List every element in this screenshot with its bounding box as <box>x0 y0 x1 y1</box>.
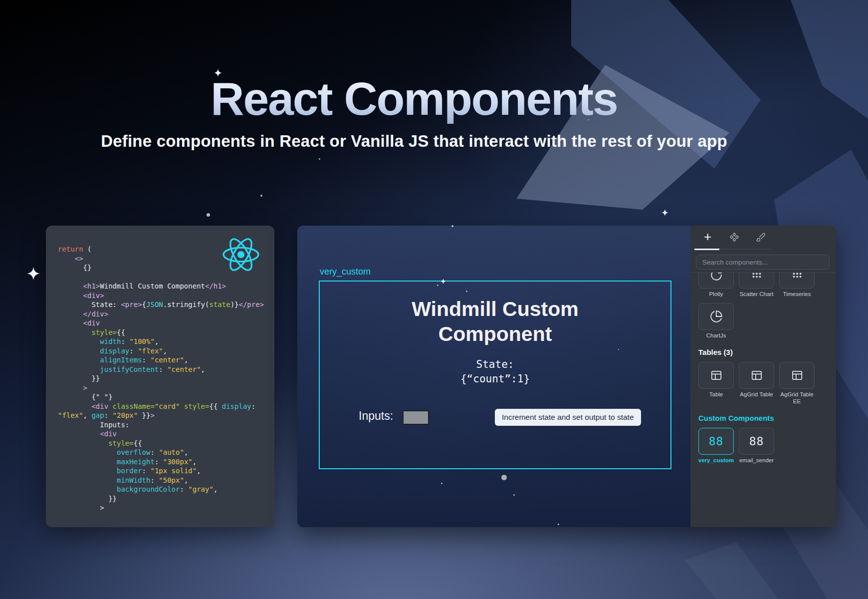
component-card-chartjs[interactable] <box>698 303 734 330</box>
code-line: minWidth: "50px", <box>58 476 274 485</box>
component-card-label: Table <box>696 391 736 398</box>
hero: React Components Define components in Re… <box>0 0 828 151</box>
code-editor-panel: return ( <> {} <h1>Windmill Custom Compo… <box>46 226 274 527</box>
inputs-label: Inputs: <box>359 409 393 423</box>
code-line: <div <box>58 318 274 328</box>
plotly-icon <box>710 273 723 282</box>
component-card-label: AgGrid Table <box>736 391 777 398</box>
component-card-aggrid-table[interactable] <box>739 362 774 389</box>
app-preview-canvas[interactable]: very_custom Windmill Custom Component St… <box>297 226 690 527</box>
code-line: maxHeight: "300px", <box>58 457 274 467</box>
tab-style[interactable] <box>747 226 774 249</box>
component-cell: Timeseries <box>779 273 815 298</box>
code-line: <h1>Windmill Custom Component</h1> <box>58 282 274 291</box>
star-decoration <box>207 213 210 217</box>
table-icon <box>750 369 763 382</box>
code-line: > <box>58 503 274 513</box>
code-line: {} <box>58 263 274 273</box>
code-line: State: <pre>{JSON.stringify(state)}</pre… <box>58 300 274 309</box>
component-cell: AgGrid Table <box>739 362 774 398</box>
code-line: overflow: "auto", <box>58 448 274 457</box>
pie-chart-icon <box>710 310 723 323</box>
component-heading: Windmill Custom Component <box>366 297 625 346</box>
search-wrap <box>696 255 830 270</box>
dots-icon <box>750 273 763 282</box>
component-card-label: Scatter Chart <box>739 291 774 298</box>
resize-handle-dot[interactable] <box>501 475 507 480</box>
component-state: State: {“count”:1} <box>320 357 670 386</box>
tab-active-indicator <box>694 249 719 250</box>
component-card-label: ChartJs <box>696 332 736 339</box>
component-card-label: Timeseries <box>779 291 815 298</box>
component-card-label: email_sender <box>736 457 777 464</box>
code-line: </div> <box>58 309 274 319</box>
code-line: "flex", gap: "20px" }}> <box>58 411 274 420</box>
code-lines: return ( <> {} <h1>Windmill Custom Compo… <box>58 245 274 513</box>
section-header-tables-3-: Tables (3) <box>698 348 829 356</box>
brush-icon <box>756 232 766 242</box>
component-card-timeseries[interactable] <box>779 273 815 289</box>
code-line: Inputs: <box>58 420 274 430</box>
component-cell: Plotly <box>698 273 734 298</box>
app-editor-window: very_custom Windmill Custom Component St… <box>297 226 836 527</box>
component-cell: ChartJs <box>698 303 734 339</box>
code-line: backgroundColor: "gray", <box>58 485 274 494</box>
star-decoration <box>319 158 320 160</box>
code-line: {" "} <box>58 392 274 402</box>
sidebar-sections: PlotlyScatter ChartTimeseriesChartJsTabl… <box>690 272 836 527</box>
component-card-row: PlotlyScatter ChartTimeseries <box>698 273 829 298</box>
code-line: border: "1px solid", <box>58 466 274 476</box>
plus-icon: + <box>704 232 711 243</box>
selected-component-label: very_custom <box>320 267 371 277</box>
component-card-row: 88very_custom88email_sender <box>698 428 829 464</box>
code-line: > <box>58 383 274 393</box>
component-cell: AgGrid Table EE <box>779 362 815 405</box>
dots-icon <box>791 273 804 282</box>
page-subtitle: Define components in React or Vanilla JS… <box>0 132 828 151</box>
component-card-label: AgGrid Table EE <box>777 391 817 405</box>
component-card-scatter-chart[interactable] <box>739 273 774 289</box>
component-card-label: Plotly <box>698 291 734 298</box>
code-line: alignItems: "center", <box>58 355 274 365</box>
code-line: <> <box>58 254 274 264</box>
component-cell: Scatter Chart <box>739 273 774 298</box>
state-label: State: <box>476 358 514 370</box>
code-line: <div className="card" style={{ display: <box>58 402 274 411</box>
code-line: style={{ <box>58 439 274 448</box>
component-card-row: ChartJs <box>698 303 829 339</box>
component-card-row: TableAgGrid TableAgGrid Table EE <box>698 362 829 405</box>
component-cell: 88very_custom <box>698 428 734 464</box>
code-line: width: "100%", <box>58 337 274 346</box>
component-card-email-sender[interactable]: 88 <box>739 428 774 455</box>
page-title: React Components <box>0 75 828 124</box>
code-line: <div> <box>58 291 274 300</box>
custom-component-icon: 88 <box>749 435 764 448</box>
page: React Components Define components in Re… <box>0 0 868 599</box>
component-card-plotly[interactable] <box>698 273 734 289</box>
star-decoration <box>27 267 40 280</box>
table-icon <box>791 369 804 382</box>
custom-component-icon: 88 <box>709 435 724 448</box>
code-line: }} <box>58 494 274 504</box>
star-decoration <box>260 195 262 197</box>
selected-component[interactable]: Windmill Custom Component State: {“count… <box>319 281 671 469</box>
code-line: display: "flex", <box>58 346 274 356</box>
increment-state-button[interactable]: Increment state and set output to state <box>495 409 641 426</box>
search-components-input[interactable] <box>696 255 830 270</box>
component-cell: 88email_sender <box>739 428 774 464</box>
code-line: }} <box>58 374 274 383</box>
table-icon <box>710 369 723 382</box>
component-input-box[interactable] <box>403 410 429 425</box>
component-card-table[interactable] <box>698 362 734 389</box>
state-value: {“count”:1} <box>460 373 530 385</box>
sidebar-tabs: + <box>690 226 836 249</box>
component-card-label: very_custom <box>696 457 736 464</box>
component-cell: Table <box>698 362 734 398</box>
tab-add[interactable]: + <box>694 226 721 249</box>
section-header-custom-components: Custom Components <box>698 414 829 422</box>
component-card-very-custom[interactable]: 88 <box>698 428 734 455</box>
component-library-sidebar: + PlotlyScatter ChartTimeseriesChartJsTa… <box>690 226 836 527</box>
component-card-aggrid-table-ee[interactable] <box>779 362 815 389</box>
code-line: justifyContent: "center", <box>58 365 274 374</box>
tab-components[interactable] <box>721 226 747 249</box>
